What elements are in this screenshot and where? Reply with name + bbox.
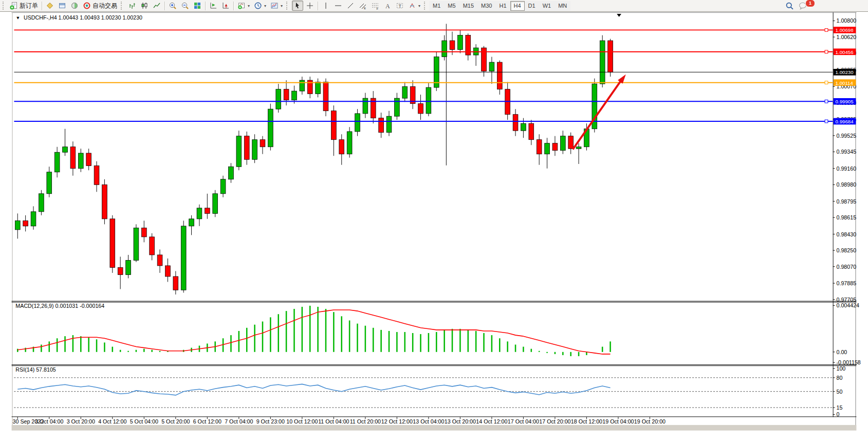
time-tick-label: 12 Oct 12:00 xyxy=(381,418,413,425)
chart-shift-button[interactable] xyxy=(220,1,231,11)
toolbar-grip[interactable] xyxy=(286,2,290,10)
line-handle[interactable] xyxy=(825,81,828,84)
window-bottom-strip xyxy=(12,425,857,431)
timeframe-button-h1[interactable]: H1 xyxy=(495,1,510,11)
timeframe-button-d1[interactable]: D1 xyxy=(525,1,539,11)
time-tick-label: 19 Oct 04:00 xyxy=(602,418,634,425)
macd-tick-label: -0.001158 xyxy=(836,359,860,365)
timeframe-button-mn[interactable]: MN xyxy=(555,1,570,11)
time-tick-label: 11 Oct 04:00 xyxy=(318,418,349,425)
line-chart-button[interactable] xyxy=(151,1,162,11)
candle-body xyxy=(347,132,352,154)
search-button[interactable] xyxy=(784,1,796,11)
candle-body xyxy=(86,153,91,166)
candle-body xyxy=(173,277,178,290)
candle-body xyxy=(458,35,463,50)
new-order-label: 新订单 xyxy=(20,2,38,10)
template-icon xyxy=(270,2,279,10)
price-tag-label: 1.00230 xyxy=(836,69,854,75)
line-chart-icon xyxy=(153,2,161,10)
candle-body xyxy=(386,116,392,133)
candle-body xyxy=(134,228,139,260)
indicators-button[interactable]: ▾ xyxy=(236,1,251,11)
navigator-button[interactable] xyxy=(69,1,80,11)
indicators-icon xyxy=(237,2,246,10)
candle xyxy=(236,131,242,170)
candle-body xyxy=(560,136,565,151)
trendline-button[interactable] xyxy=(345,1,356,11)
periods-button[interactable]: ▾ xyxy=(252,1,268,11)
candle-body xyxy=(213,194,218,214)
line-handle[interactable] xyxy=(825,100,828,103)
time-tick-label: 3 Oct 04:00 xyxy=(35,418,63,425)
crosshair-button[interactable] xyxy=(304,1,316,11)
chart-canvas[interactable]: ▼ USDCHF-,H4 1.00443 1.00493 1.00230 1.0… xyxy=(0,12,868,442)
candle-body xyxy=(552,143,558,151)
timeframe-button-m5[interactable]: M5 xyxy=(444,1,459,11)
chart-symbol-dropdown-icon[interactable]: ▼ xyxy=(16,16,20,20)
auto-scroll-button[interactable] xyxy=(208,1,219,11)
horizontal-line-button[interactable] xyxy=(333,1,344,11)
price-tick-label: 0.98250 xyxy=(836,247,856,253)
channel-button[interactable]: E xyxy=(357,1,368,11)
price-tag-label: 1.00698 xyxy=(836,27,854,33)
templates-button[interactable]: ▾ xyxy=(269,1,284,11)
timeframe-button-m1[interactable]: M1 xyxy=(429,1,444,11)
crosshair-icon xyxy=(306,2,314,10)
rsi-tick-label: 15 xyxy=(836,404,842,411)
zoom-in-button[interactable] xyxy=(167,1,178,11)
svg-text:T: T xyxy=(399,4,402,9)
price-tag-label: 0.99905 xyxy=(836,99,854,104)
horizontal-line-icon xyxy=(334,2,342,10)
candle-body xyxy=(323,82,328,111)
candle-body xyxy=(339,140,344,154)
toolbar-grip[interactable] xyxy=(424,2,428,10)
candlestick-chart-button[interactable] xyxy=(139,1,150,11)
timeframe-button-w1[interactable]: W1 xyxy=(539,1,555,11)
candle xyxy=(347,127,352,158)
candle xyxy=(181,220,186,292)
candle xyxy=(434,51,439,91)
candle-body xyxy=(141,228,146,237)
line-handle[interactable] xyxy=(825,28,828,31)
autotrade-label: 自动交易 xyxy=(93,2,117,10)
line-handle[interactable] xyxy=(825,50,828,53)
macd-tick-label: 0.00 xyxy=(836,349,847,355)
bar-chart-button[interactable] xyxy=(126,1,138,11)
line-handle[interactable] xyxy=(825,120,828,123)
market-watch-button[interactable] xyxy=(57,1,68,11)
text-label-button[interactable]: T xyxy=(394,1,405,11)
candle-body xyxy=(363,98,368,114)
text-button[interactable]: A xyxy=(382,1,393,11)
text-label-icon: T xyxy=(396,2,404,10)
cursor-button[interactable] xyxy=(292,1,303,11)
autotrade-button[interactable]: 自动交易 xyxy=(81,1,119,11)
time-tick-label: 14 Oct 12:00 xyxy=(476,418,507,425)
timeframe-button-h4[interactable]: H4 xyxy=(510,1,525,11)
chat-button[interactable]: 1 xyxy=(797,1,820,11)
tile-windows-button[interactable] xyxy=(192,1,203,11)
toolbar: 新订单 自动交易 xyxy=(0,0,868,12)
time-tick-label: 13 Oct 20:00 xyxy=(445,418,476,425)
charts-button[interactable] xyxy=(44,1,56,11)
timeframe-button-m15[interactable]: M15 xyxy=(459,1,477,11)
shapes-button[interactable]: ▾ xyxy=(407,1,422,11)
timeframe-button-m30[interactable]: M30 xyxy=(477,1,495,11)
price-tick-label: 0.99345 xyxy=(836,149,856,155)
toolbar-grip[interactable] xyxy=(3,2,6,10)
candle-body xyxy=(608,41,613,72)
toolbar-grip[interactable] xyxy=(121,2,124,10)
candle-body xyxy=(126,260,131,274)
price-tag-label: 1.00456 xyxy=(836,49,854,55)
fibonacci-button[interactable]: F xyxy=(370,1,381,11)
new-order-button[interactable]: 新订单 xyxy=(8,1,40,11)
globe-icon xyxy=(70,2,79,10)
candle xyxy=(39,190,44,215)
zoom-out-button[interactable] xyxy=(179,1,191,11)
auto-scroll-icon xyxy=(209,2,217,10)
time-tick-label: 5 Oct 20:00 xyxy=(161,418,190,425)
candle-body xyxy=(521,123,526,131)
chart-title: USDCHF-,H4 1.00443 1.00493 1.00230 1.002… xyxy=(24,14,142,21)
candle-body xyxy=(268,109,273,147)
vertical-line-button[interactable] xyxy=(320,1,331,11)
